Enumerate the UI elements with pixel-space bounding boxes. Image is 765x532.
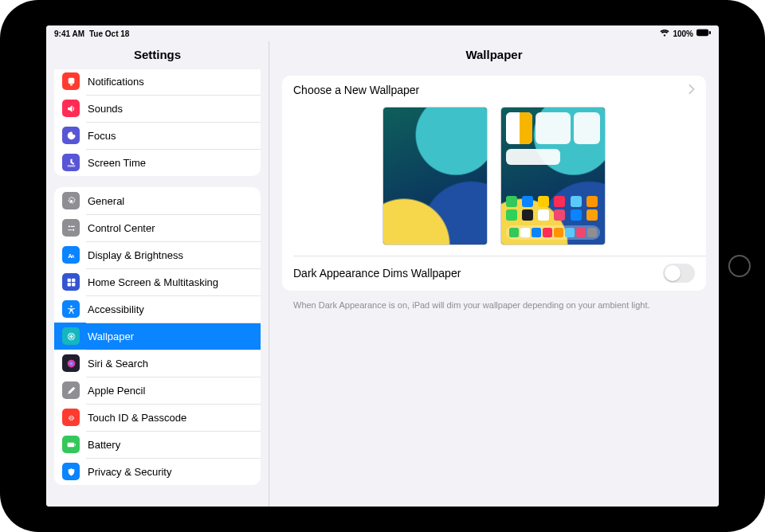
sidebar-section-a: NotificationsSoundsFocusScreen Time [54, 69, 261, 176]
dock-app-icon [576, 228, 586, 237]
detail-pane: Wallpaper Choose a New Wallpaper [269, 41, 719, 507]
sidebar-item-display[interactable]: AADisplay & Brightness [54, 241, 261, 268]
wallpaper-icon [62, 327, 80, 345]
dock-app-icon [509, 228, 519, 237]
sidebar-item-screentime[interactable]: Screen Time [54, 149, 261, 176]
home-button[interactable] [728, 255, 751, 277]
sidebar-item-general[interactable]: General [54, 187, 261, 214]
controlcenter-icon [62, 219, 80, 237]
sidebar-item-controlcenter[interactable]: Control Center [54, 214, 261, 241]
svg-point-21 [67, 359, 75, 367]
app-icon [538, 209, 549, 221]
sidebar-item-label: Wallpaper [88, 331, 134, 342]
sidebar-item-focus[interactable]: Focus [54, 122, 261, 149]
sidebar-item-label: Focus [88, 130, 116, 142]
svg-rect-2 [68, 77, 74, 84]
chevron-right-icon [688, 84, 695, 96]
focus-icon [62, 127, 80, 144]
screen: 9:41 AM Tue Oct 18 100% Settings Notific… [46, 25, 719, 507]
sidebar-item-label: Home Screen & Multitasking [88, 276, 218, 288]
sidebar-item-accessibility[interactable]: Accessibility [54, 295, 261, 323]
general-icon [62, 192, 80, 209]
app-icon [571, 196, 582, 207]
notifications-icon [62, 72, 80, 90]
dark-appearance-label: Dark Appearance Dims Wallpaper [293, 267, 461, 280]
wifi-icon [660, 29, 669, 38]
widget-icon [536, 112, 571, 144]
dark-appearance-footer: When Dark Appearance is on, iPad will di… [282, 297, 706, 310]
sidebar-item-wallpaper[interactable]: Wallpaper [54, 323, 261, 350]
svg-point-5 [69, 199, 72, 201]
sidebar-item-label: Apple Pencil [88, 385, 145, 397]
accessibility-icon [62, 300, 80, 318]
app-icon [554, 209, 565, 221]
svg-rect-0 [696, 29, 708, 36]
widget-icon [506, 112, 532, 144]
homescreen-preview[interactable] [501, 108, 605, 244]
svg-point-18 [70, 335, 72, 337]
pencil-icon [62, 381, 80, 399]
homescreen-icon [62, 273, 80, 291]
detail-title: Wallpaper [269, 41, 719, 69]
sidebar-item-label: General [88, 195, 124, 207]
dock-app-icon [532, 228, 541, 237]
sidebar-item-touchid[interactable]: Touch ID & Passcode [54, 404, 261, 431]
sidebar-item-label: Sounds [88, 103, 123, 115]
dock [506, 225, 600, 240]
dock-app-icon [565, 228, 575, 237]
status-bar: 9:41 AM Tue Oct 18 100% [46, 25, 719, 41]
choose-wallpaper-row[interactable]: Choose a New Wallpaper [282, 76, 706, 104]
app-icon [586, 209, 598, 221]
homescreen-overlay [501, 108, 605, 244]
dock-app-icon [587, 228, 597, 237]
display-icon: AA [62, 246, 80, 264]
app-icon [586, 196, 598, 207]
app-icon [506, 196, 517, 207]
svg-rect-14 [67, 283, 70, 286]
ipad-device-frame: 9:41 AM Tue Oct 18 100% Settings Notific… [0, 0, 765, 532]
lockscreen-preview[interactable] [383, 108, 487, 244]
dock-app-icon [520, 228, 530, 237]
svg-rect-12 [67, 278, 70, 281]
status-date: Tue Oct 18 [89, 29, 129, 38]
svg-rect-7 [70, 225, 74, 226]
svg-rect-13 [72, 278, 75, 281]
privacy-icon [62, 463, 80, 480]
sidebar-section-b: GeneralControl CenterAADisplay & Brightn… [54, 187, 261, 485]
sidebar-item-label: Touch ID & Passcode [88, 412, 186, 424]
dark-appearance-toggle[interactable] [663, 264, 695, 283]
svg-point-16 [70, 305, 72, 307]
sidebar-item-pencil[interactable]: Apple Pencil [54, 377, 261, 404]
sidebar-title: Settings [46, 41, 269, 69]
widget-icon [506, 149, 560, 165]
settings-sidebar: Settings NotificationsSoundsFocusScreen … [46, 41, 269, 507]
battery-percentage: 100% [673, 29, 693, 38]
svg-text:A: A [71, 253, 74, 258]
svg-rect-3 [69, 84, 72, 85]
touchid-icon [62, 409, 80, 426]
svg-rect-4 [67, 165, 75, 166]
sidebar-item-notifications[interactable]: Notifications [54, 69, 261, 95]
screentime-icon [62, 154, 80, 171]
sidebar-item-label: Privacy & Security [88, 466, 171, 478]
app-icon [506, 209, 517, 221]
dock-app-icon [554, 228, 563, 237]
sidebar-item-homescreen[interactable]: Home Screen & Multitasking [54, 268, 261, 295]
sidebar-item-battery[interactable]: Battery [54, 431, 261, 458]
sidebar-item-label: Siri & Search [88, 358, 148, 370]
svg-rect-15 [72, 283, 75, 286]
svg-rect-23 [74, 444, 75, 445]
sidebar-item-privacy[interactable]: Privacy & Security [54, 458, 261, 485]
svg-rect-1 [709, 31, 711, 34]
app-icon [522, 209, 533, 221]
dock-app-icon [543, 228, 552, 237]
battery-icon [62, 436, 80, 453]
dark-appearance-row: Dark Appearance Dims Wallpaper [282, 256, 706, 291]
svg-point-8 [73, 229, 74, 230]
sidebar-item-siri[interactable]: Siri & Search [54, 350, 261, 377]
app-icon [538, 196, 549, 207]
sidebar-item-sounds[interactable]: Sounds [54, 95, 261, 122]
svg-rect-9 [68, 229, 72, 230]
siri-icon [62, 354, 80, 372]
svg-point-6 [68, 225, 69, 227]
